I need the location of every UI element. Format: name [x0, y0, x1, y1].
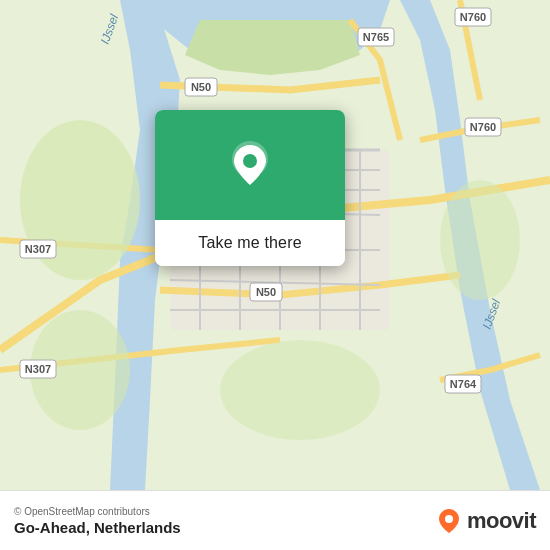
location-name: Go-Ahead, Netherlands	[14, 519, 181, 536]
bottom-bar: © OpenStreetMap contributors Go-Ahead, N…	[0, 490, 550, 550]
n50-mid-label: N50	[256, 286, 276, 298]
location-popup: Take me there	[155, 110, 345, 266]
osm-credit: © OpenStreetMap contributors	[14, 506, 181, 517]
svg-text:N307: N307	[25, 243, 51, 255]
svg-text:N760: N760	[460, 11, 486, 23]
location-pin-icon	[224, 139, 276, 191]
svg-text:N307: N307	[25, 363, 51, 375]
n50-top-label: N50	[191, 81, 211, 93]
svg-point-23	[243, 154, 257, 168]
svg-text:N760: N760	[470, 121, 496, 133]
svg-text:N764: N764	[450, 378, 477, 390]
moovit-logo: moovit	[435, 507, 536, 535]
svg-point-5	[440, 180, 520, 300]
moovit-text: moovit	[467, 508, 536, 534]
bottom-left-info: © OpenStreetMap contributors Go-Ahead, N…	[14, 506, 181, 536]
moovit-pin-icon	[435, 507, 463, 535]
svg-text:N765: N765	[363, 31, 389, 43]
take-me-there-button[interactable]: Take me there	[155, 220, 345, 266]
svg-point-4	[220, 340, 380, 440]
popup-green-header	[155, 110, 345, 220]
svg-point-24	[445, 515, 453, 523]
map-area[interactable]: N50 N50 N307 N307 N765 N760 N760 N764 IJ…	[0, 0, 550, 490]
